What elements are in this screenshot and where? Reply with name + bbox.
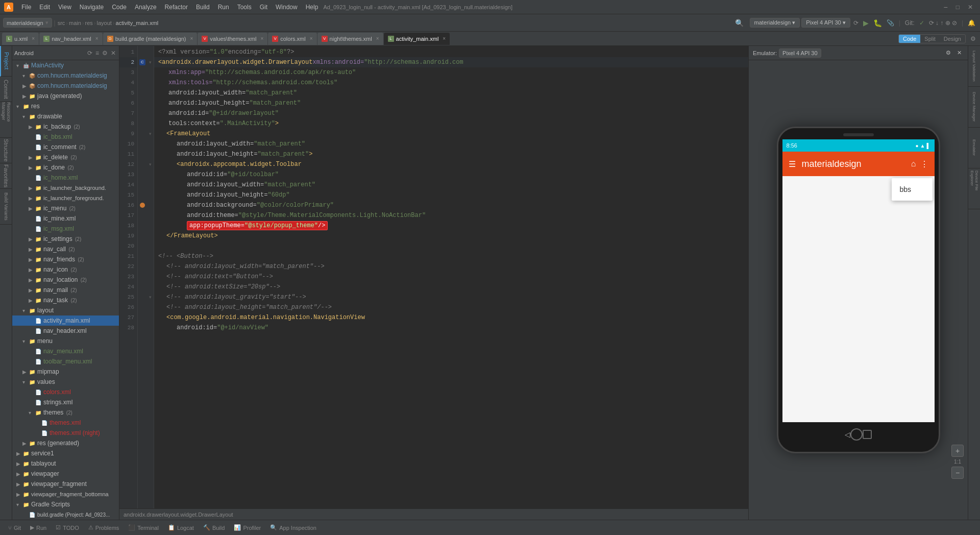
close-button[interactable]: ✕ (965, 4, 976, 11)
resource-manager-icon[interactable]: Resource Manager (0, 102, 12, 138)
tree-item-themes[interactable]: ▾ 📁 themes (2) (12, 407, 119, 418)
tree-item-tablayout[interactable]: ▶ 📁 tablayout (12, 458, 119, 469)
tree-item-values[interactable]: ▾ 📁 values (12, 377, 119, 387)
tree-item-menu[interactable]: ▾ 📁 menu (12, 336, 119, 346)
emulator-device-dropdown[interactable]: Pixel 4 API 30 (779, 48, 821, 58)
bottom-tab-problems[interactable]: ⚠ Problems (84, 522, 123, 534)
structure-icon[interactable]: Structure (0, 138, 12, 163)
tree-item-java-gen[interactable]: ▶ 📁 java (generated) (12, 91, 119, 101)
tree-item-themes-xml[interactable]: 📄 themes.xml (12, 418, 119, 428)
tree-item-ic-msg[interactable]: 📄 ic_msg.xml (12, 224, 119, 234)
tree-item-ic-bbs[interactable]: 📄 ic_bbs.xml (12, 132, 119, 142)
git-check-icon[interactable]: ✓ (918, 18, 926, 28)
tab-close-build-gradle[interactable]: × (190, 36, 193, 41)
tree-item-nav-icon[interactable]: ▶ 📁 nav_icon (2) (12, 264, 119, 275)
tree-item-nav-task[interactable]: ▶ 📁 nav_task (2) (12, 295, 119, 305)
sidebar-sync-button[interactable]: ⟳ (86, 48, 93, 58)
tree-item-ic-mine[interactable]: 📄 ic_mine.xml (12, 213, 119, 224)
bottom-tab-build[interactable]: 🔨 Build (199, 522, 229, 534)
tab-u-xml[interactable]: L u.xml × (2, 33, 39, 45)
tree-item-ic-done[interactable]: ▶ 📁 ic_done (2) (12, 162, 119, 173)
tree-item-service1[interactable]: ▶ 📁 service1 (12, 448, 119, 458)
tab-night-themes[interactable]: V night\themes.xml × (317, 33, 383, 45)
tree-item-activity-main[interactable]: 📄 activity_main.xml (12, 315, 119, 326)
phone-back-button[interactable]: ◁ (845, 430, 850, 439)
project-icon[interactable]: Project (0, 46, 12, 77)
tab-close-values-themes[interactable]: × (260, 36, 263, 41)
maximize-button[interactable]: □ (953, 4, 963, 11)
tab-close-u[interactable]: × (32, 36, 35, 41)
tree-item-res-gen[interactable]: ▶ 📁 res (generated) (12, 438, 119, 448)
tree-item-root[interactable]: ▾ 🤖 MainActivity (12, 60, 119, 70)
tree-item-strings-xml[interactable]: 📄 strings.xml (12, 397, 119, 407)
tab-activity-main[interactable]: L activity_main.xml × (384, 33, 450, 45)
zoom-out-button[interactable]: − (951, 467, 964, 479)
git-actions[interactable]: ⟳ ↓ ↑ ⊕ ⊘ (927, 18, 959, 28)
menu-tools[interactable]: Tools (234, 3, 255, 12)
menu-view[interactable]: View (55, 3, 75, 12)
sidebar-settings-button[interactable]: ⚙ (101, 48, 109, 58)
git-icon[interactable]: Git: (903, 18, 916, 28)
sidebar-collapse-button[interactable]: ≡ (94, 48, 100, 58)
tab-close-night-themes[interactable]: × (376, 36, 379, 41)
layout-validation-panel-icon[interactable]: Layout Validation (968, 46, 980, 87)
menu-window[interactable]: Window (273, 3, 301, 12)
zoom-in-button[interactable]: + (951, 445, 964, 457)
tab-close-activity-main[interactable]: × (443, 36, 446, 41)
bottom-tab-logcat[interactable]: 📋 Logcat (164, 522, 198, 534)
tree-item-colors-xml[interactable]: 📄 colors.xml (12, 387, 119, 397)
menu-help[interactable]: Help (303, 3, 322, 12)
commit-icon[interactable]: Commit (0, 77, 12, 102)
attach-button[interactable]: 📎 (885, 18, 896, 28)
view-mode-split[interactable]: Split (920, 35, 939, 43)
view-mode-code[interactable]: Code (899, 35, 920, 43)
run-button[interactable]: ▶ (862, 18, 870, 28)
bottom-tab-run[interactable]: ▶ Run (26, 522, 51, 534)
menu-code[interactable]: Code (109, 3, 130, 12)
tree-item-nav-mail[interactable]: ▶ 📁 nav_mail (2) (12, 285, 119, 295)
device-manager-panel-icon[interactable]: Device Manager (968, 87, 980, 128)
tree-item-nav-menu[interactable]: 📄 nav_menu.xml (12, 346, 119, 356)
tree-item-build-gradle-project[interactable]: 📄 build.gradle (Project: Ad_0923... (12, 509, 119, 520)
bottom-tab-terminal[interactable]: ⬛ Terminal (124, 522, 163, 534)
menu-refactor[interactable]: Refactor (162, 3, 191, 12)
menu-edit[interactable]: Edit (36, 3, 53, 12)
phone-home-button[interactable] (850, 428, 863, 441)
notifications-icon[interactable]: 🔔 (966, 18, 977, 28)
tree-item-layout[interactable]: ▾ 📁 layout (12, 305, 119, 315)
sync-icon[interactable]: ⟳ (852, 18, 860, 28)
tree-item-nav-friends[interactable]: ▶ 📁 nav_friends (2) (12, 254, 119, 264)
tab-colors[interactable]: V colors.xml × (268, 33, 316, 45)
menu-navigate[interactable]: Navigate (77, 3, 107, 12)
tree-item-mipmap[interactable]: ▶ 📁 mipmap (12, 367, 119, 377)
code-area[interactable]: <?xml version="1.0" encoding="utf-8"?> <… (154, 46, 748, 508)
overflow-menu-icon[interactable]: ⋮ (920, 159, 928, 169)
tree-item-ic-launcher-fg[interactable]: ▶ 📁 ic_launcher_foreground. (12, 193, 119, 203)
minimize-button[interactable]: − (941, 3, 951, 11)
bottom-tab-app-inspection[interactable]: 🔍 App Inspection (266, 522, 321, 534)
tree-item-pkg1[interactable]: ▾ 📦 com.hnucm.materialdesig (12, 70, 119, 81)
tree-item-nav-location[interactable]: ▶ 📁 nav_location (2) (12, 275, 119, 285)
tree-item-ic-menu[interactable]: ▶ 📁 ic_menu (2) (12, 203, 119, 213)
emulator-settings-button[interactable]: ⚙ (944, 48, 953, 57)
phone-recents-button[interactable] (863, 430, 872, 439)
search-icon[interactable]: 🔍 (735, 19, 744, 27)
menu-analyze[interactable]: Analyze (132, 3, 160, 12)
view-mode-design[interactable]: Design (940, 35, 965, 43)
tree-item-nav-call[interactable]: ▶ 📁 nav_call (2) (12, 244, 119, 254)
tree-item-ic-backup[interactable]: ▶ 📁 ic_backup (2) (12, 121, 119, 132)
menu-git[interactable]: Git (257, 3, 271, 12)
bottom-tab-profiler[interactable]: 📊 Profiler (230, 522, 265, 534)
bottom-tab-git[interactable]: ⑂ Git (4, 522, 25, 534)
tree-item-ic-comment[interactable]: 📄 ic_comment (2) (12, 142, 119, 152)
tab-build-gradle[interactable]: G build.gradle (materialdesign) × (103, 33, 198, 45)
tab-close-colors[interactable]: × (310, 36, 313, 41)
build-variants-icon[interactable]: Build Variants (0, 189, 12, 225)
tree-item-gradle-scripts[interactable]: ▾ 📁 Gradle Scripts (12, 499, 119, 509)
tree-item-themes-xml-night[interactable]: 📄 themes.xml (night) (12, 428, 119, 438)
emulator-panel-icon[interactable]: Emulator (968, 128, 980, 168)
bottom-tab-todo[interactable]: ☑ TODO (52, 522, 83, 534)
favorites-icon[interactable]: Favorites (0, 163, 12, 189)
project-dropdown[interactable]: materialdesign▾ (3, 18, 52, 28)
device-dropdown[interactable]: Pixel 4 API 30 ▾ (801, 18, 850, 28)
